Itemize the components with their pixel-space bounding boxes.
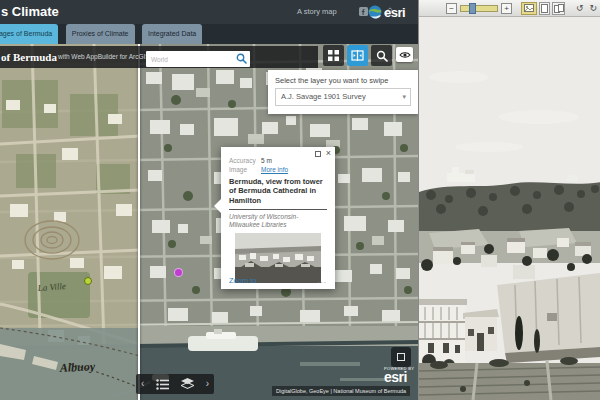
swipe-icon	[351, 50, 364, 61]
zoom-in-button[interactable]: +	[501, 3, 512, 14]
chevron-down-icon: ▾	[402, 89, 406, 105]
apps-grid-icon	[328, 50, 339, 61]
esri-wordmark: esri	[384, 5, 405, 20]
overview-icon	[397, 353, 405, 361]
accuracy-value: 5 m	[261, 157, 272, 164]
map-label-la-ville: La Ville	[36, 281, 66, 293]
swipe-layer-panel: Select the layer you want to swipe A.J. …	[268, 70, 418, 114]
single-page-icon	[541, 4, 548, 13]
double-page-icon	[554, 4, 564, 13]
map-attribution: DigitalGlobe, GeoEye | National Museum o…	[272, 386, 410, 396]
rotate-cw-button[interactable]: ↻	[590, 3, 598, 13]
double-page-button[interactable]	[552, 2, 565, 15]
single-page-button[interactable]	[539, 2, 550, 15]
layers-icon[interactable]	[181, 378, 194, 390]
search-widget-button[interactable]	[371, 45, 392, 66]
search-icon	[376, 50, 388, 62]
historic-photo[interactable]	[419, 17, 600, 400]
zoom-to-link[interactable]: Zoom to	[229, 276, 257, 285]
esri-globe-icon	[368, 5, 382, 19]
vintage-survey-layer: La Ville Albuoy	[0, 44, 140, 400]
screenshot-root: s Climate A story map esri tag	[0, 0, 600, 400]
feature-popup: × Accuracy 5 m Image More info Bermuda, …	[221, 147, 335, 289]
zoom-slider-handle[interactable]	[469, 3, 476, 14]
chevron-left-icon[interactable]: ‹	[141, 374, 144, 394]
widget-dock: ‹ ›	[136, 374, 214, 394]
magnifier-icon[interactable]	[236, 53, 247, 64]
ellipsis-icon[interactable]: ...	[317, 276, 327, 285]
swipe-widget-button[interactable]	[347, 45, 368, 66]
zoom-out-button[interactable]: −	[446, 3, 457, 14]
map-label-albuoy: Albuoy	[58, 359, 96, 375]
map-canvas[interactable]: La Ville Albuoy of Bermuda with Web AppB…	[0, 44, 418, 400]
map-app-title: of Bermuda	[1, 46, 57, 68]
visibility-toggle-button[interactable]	[396, 47, 413, 62]
close-icon[interactable]: ×	[326, 150, 331, 157]
popup-tail	[214, 199, 221, 213]
app-title: s Climate	[1, 0, 59, 24]
popup-title: Bermuda, view from tower of Bermuda Cath…	[229, 177, 327, 205]
image-label: Image	[229, 166, 261, 173]
overview-map-toggle[interactable]	[391, 347, 411, 367]
accuracy-label: Accuracy	[229, 157, 261, 164]
swipe-divider-handle[interactable]	[138, 44, 140, 400]
rotate-ccw-button[interactable]: ↺	[576, 3, 584, 13]
pan-mode-icon	[524, 4, 534, 12]
feature-marker-green[interactable]	[85, 278, 92, 285]
map-title-bar: of Bermuda with Web AppBuilder for ArcGI…	[0, 46, 318, 68]
tab-proxies-of-climate[interactable]: Proxies of Climate	[66, 24, 135, 44]
story-map-label: A story map	[297, 0, 337, 24]
pan-mode-button[interactable]	[521, 2, 537, 15]
popup-source: University of Wisconsin-Milwaukee Librar…	[229, 213, 327, 229]
more-info-link[interactable]: More info	[261, 166, 288, 173]
tab-vintages-of-bermuda[interactable]: tages of Bermuda	[0, 24, 58, 44]
map-app-subtitle: with Web AppBuilder for ArcGIS	[58, 46, 150, 68]
feature-marker-selected[interactable]	[174, 268, 183, 277]
tab-integrated-data[interactable]: Integrated Data	[142, 24, 202, 44]
powered-by-esri: POWERED BY esri	[384, 366, 414, 383]
esri-footer-wordmark: esri	[384, 371, 414, 383]
zoom-slider[interactable]	[460, 5, 498, 12]
eye-icon	[399, 51, 411, 59]
app-header: s Climate A story map esri	[0, 0, 418, 24]
chevron-right-icon[interactable]: ›	[206, 374, 209, 394]
list-icon[interactable]	[156, 379, 169, 390]
swipe-layer-value: A.J. Savage 1901 Survey	[281, 92, 366, 101]
photo-viewer-panel: − + ↺ ↻	[418, 0, 600, 400]
search-box	[146, 51, 250, 67]
esri-logo: esri	[368, 4, 405, 20]
apps-grid-button[interactable]	[323, 45, 344, 66]
popup-divider	[229, 209, 327, 210]
story-tabs: tages of Bermuda Proxies of Climate Inte…	[0, 24, 418, 44]
facebook-icon[interactable]	[358, 7, 368, 17]
maximize-icon[interactable]	[315, 151, 321, 157]
swipe-prompt: Select the layer you want to swipe	[275, 76, 411, 85]
viewer-toolbar: − + ↺ ↻	[419, 0, 600, 17]
swipe-layer-select[interactable]: A.J. Savage 1901 Survey ▾	[275, 88, 411, 106]
search-input[interactable]	[146, 51, 232, 67]
storymap-window: s Climate A story map esri tag	[0, 0, 418, 400]
